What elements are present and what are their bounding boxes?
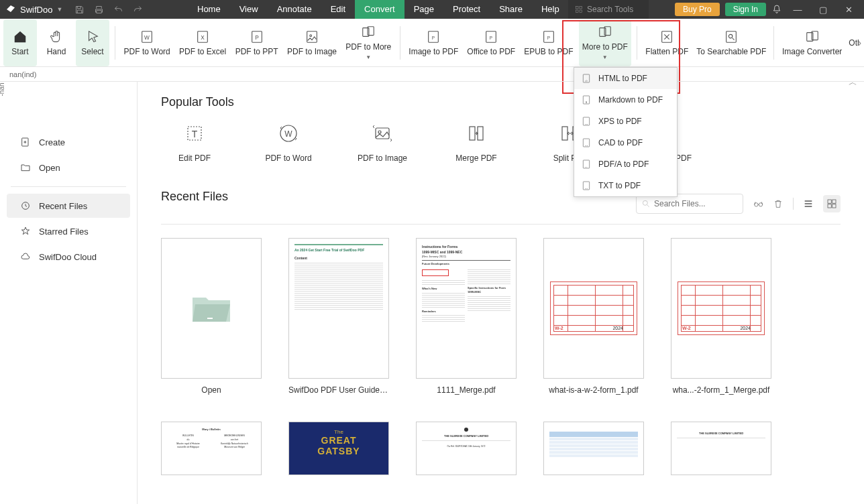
close-button[interactable]: ✕ <box>839 5 859 15</box>
ribbon-convert: Start Hand Select W PDF to Word X PDF to… <box>0 19 864 67</box>
file-icon: XPS <box>581 116 592 127</box>
file-card[interactable]: Mary i Bulletin BULLETINduMusée royal d'… <box>161 422 262 475</box>
svg-rect-49 <box>562 127 568 140</box>
popular-label: PDF to Word <box>265 153 311 163</box>
file-card[interactable]: THE SLEREXE COMPANY LIMITED Our Ref. 350… <box>416 422 517 475</box>
svg-text:</>: </> <box>585 80 588 82</box>
tool-pdf-to-word[interactable]: W PDF to Word <box>121 19 174 66</box>
titlebar: SwifDoo ▼ Home View Annotate Edit Conver… <box>0 0 864 19</box>
list-view-icon[interactable] <box>803 198 814 209</box>
tool-hand[interactable]: Hand <box>40 19 73 66</box>
sidebar-item-open[interactable]: Open <box>7 155 130 180</box>
dropdown-item-xps-to-pdf[interactable]: XPS XPS to PDF <box>574 111 677 132</box>
search-tools[interactable]: Search Tools <box>568 0 649 19</box>
popular-pdf-to-image[interactable]: PDF to Image <box>349 123 416 163</box>
grid-view-icon[interactable] <box>823 195 841 212</box>
menu-annotate[interactable]: Annotate <box>268 0 321 19</box>
w2-year: 2024 <box>612 326 623 330</box>
menu-edit[interactable]: Edit <box>321 0 355 19</box>
svg-rect-10 <box>307 31 317 42</box>
tool-searchable-pdf[interactable]: To Searchable PDF <box>694 19 768 66</box>
sidebar-item-starred[interactable]: Starred Files <box>7 219 130 243</box>
trash-icon[interactable] <box>773 198 784 209</box>
menu-page[interactable]: Page <box>404 0 443 19</box>
dropdown-item-pdfa-to-pdf[interactable]: P/A PDF/A to PDF <box>574 153 677 175</box>
tool-office-to-pdf[interactable]: P Office to PDF <box>464 19 519 66</box>
create-icon <box>20 137 31 147</box>
tool-pdf-to-more[interactable]: PDF to More ▼ <box>342 19 394 66</box>
tool-pdf-to-excel[interactable]: X PDF to Excel <box>176 19 229 66</box>
file-card[interactable]: An 2024 Get Start Free Trial of SwifDoo … <box>288 238 389 395</box>
sidebar-item-recent[interactable]: Recent Files <box>7 194 130 218</box>
buy-pro-button[interactable]: Buy Pro <box>675 3 720 16</box>
popular-merge-pdf[interactable]: Merge PDF <box>443 123 510 163</box>
image-converter-icon <box>805 29 820 44</box>
popular-pdf-to-word[interactable]: W PDF to Word <box>255 123 322 163</box>
search-tools-placeholder: Search Tools <box>587 5 633 14</box>
file-card[interactable]: THE SLEREXE COMPANY LIMITED <box>671 422 771 475</box>
file-card[interactable]: The GREAT GATSBY <box>288 422 389 475</box>
maximize-button[interactable]: ▢ <box>813 5 833 15</box>
epub-to-pdf-icon: P <box>541 29 556 44</box>
popular-label: Edit PDF <box>178 153 211 163</box>
search-icon <box>641 199 651 208</box>
searchable-icon <box>724 29 739 44</box>
file-card[interactable]: W-2 2024 wha...-2-form_1_Merge.pdf <box>671 238 771 395</box>
file-card[interactable] <box>543 422 644 475</box>
tool-epub-to-pdf[interactable]: P EPUB to PDF <box>521 19 576 66</box>
print-icon[interactable] <box>94 5 104 15</box>
tool-flatten-pdf[interactable]: Flatten PDF <box>642 19 692 66</box>
sidebar-item-create[interactable]: Create <box>7 130 130 154</box>
dropdown-item-html-to-pdf[interactable]: </> HTML to PDF <box>574 68 677 89</box>
app-logo: SwifDoo ▼ <box>0 4 68 15</box>
tool-pdf-to-image[interactable]: PDF to Image <box>284 19 340 66</box>
content-area: Create Open Recent Files Starred Files S… <box>0 82 864 504</box>
gatsby-gatsby: GATSBY <box>317 446 360 456</box>
image-to-pdf-icon: P <box>426 29 441 44</box>
menu-home[interactable]: Home <box>188 0 230 19</box>
sign-in-button[interactable]: Sign In <box>725 3 766 16</box>
sidebar-item-cloud[interactable]: SwifDoo Cloud <box>7 245 130 269</box>
file-thumb: W-2 2024 <box>543 238 644 379</box>
svg-point-11 <box>310 34 312 36</box>
tool-image-to-pdf[interactable]: P Image to PDF <box>406 19 462 66</box>
tool-select[interactable]: Select <box>76 19 109 66</box>
save-icon[interactable] <box>74 5 85 15</box>
bell-icon[interactable] <box>771 4 782 15</box>
file-thumb: W-2 2024 <box>671 238 771 379</box>
document-tabs: -nan nan(ind) <box>0 67 864 82</box>
undo-icon[interactable] <box>113 5 123 15</box>
file-card-open[interactable]: Open <box>161 238 262 395</box>
chevron-down-icon: ▼ <box>366 54 371 60</box>
app-dropdown-icon[interactable]: ▼ <box>56 6 62 13</box>
ribbon-overflow-button[interactable]: › <box>858 37 861 49</box>
svg-text:CAD: CAD <box>585 145 588 146</box>
glasses-icon[interactable] <box>753 198 763 209</box>
file-card[interactable]: Instructions for Forms1099-MISC and 1099… <box>416 238 517 395</box>
svg-text:W: W <box>284 129 292 139</box>
menu-protect[interactable]: Protect <box>443 0 490 19</box>
tool-label: PDF to PPT <box>235 47 278 56</box>
svg-rect-55 <box>828 200 831 203</box>
file-card[interactable]: W-2 2024 what-is-a-w-2-form_1.pdf <box>543 238 644 395</box>
popular-tools-heading: Popular Tools <box>161 95 841 109</box>
tool-start[interactable]: Start <box>3 19 37 66</box>
svg-text:P: P <box>547 35 550 40</box>
dropdown-item-txt-to-pdf[interactable]: TXT TXT to PDF <box>574 175 677 196</box>
file-thumb: THE SLEREXE COMPANY LIMITED <box>671 422 771 475</box>
tool-more-to-pdf[interactable]: More to PDF ▼ <box>579 19 631 66</box>
dropdown-item-cad-to-pdf[interactable]: CAD CAD to PDF <box>574 132 677 153</box>
menu-help[interactable]: Help <box>532 0 569 19</box>
popular-edit-pdf[interactable]: T Edit PDF <box>161 123 228 163</box>
dropdown-item-markdown-to-pdf[interactable]: M Markdown to PDF <box>574 89 677 111</box>
tool-pdf-to-ppt[interactable]: P PDF to PPT <box>232 19 282 66</box>
tool-label: PDF to Word <box>124 47 170 56</box>
minimize-button[interactable]: — <box>788 5 808 15</box>
file-icon: P/A <box>581 159 592 170</box>
menu-convert[interactable]: Convert <box>355 0 404 19</box>
menu-view[interactable]: View <box>230 0 268 19</box>
ppt-icon: P <box>250 29 264 44</box>
redo-icon[interactable] <box>133 5 143 15</box>
menu-share[interactable]: Share <box>490 0 532 19</box>
tool-image-converter[interactable]: Image Converter <box>779 19 845 66</box>
